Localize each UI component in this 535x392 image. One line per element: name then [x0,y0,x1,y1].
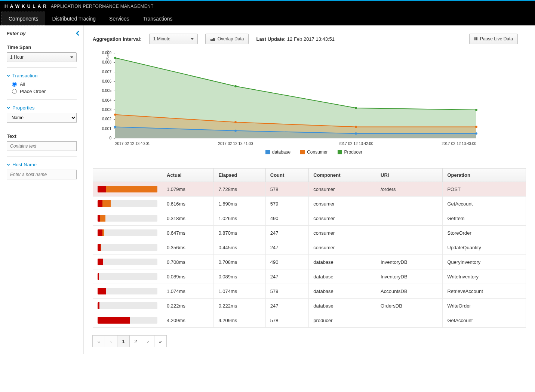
duration-bar [98,317,157,324]
cell-component: database [309,269,376,284]
transaction-option-all[interactable]: All [12,81,77,87]
agg-interval-label: Aggregation Interval: [93,36,142,42]
nav-item-components[interactable]: Components [1,12,45,25]
table-row[interactable]: 0.089ms0.089ms247databaseInventoryDBWrit… [93,269,526,284]
svg-point-34 [355,126,357,128]
cell-bar [93,226,162,240]
col-count[interactable]: Count [265,169,309,182]
svg-point-38 [355,132,357,135]
legend-label: Consumer [307,149,328,155]
cell-count: 247 [265,226,309,240]
page-last[interactable]: » [154,335,167,347]
divider [7,67,77,68]
brand-name: HAWKULAR [4,4,49,9]
cell-actual: 1.079ms [162,182,214,197]
text-filter-input[interactable] [7,141,77,151]
cell-bar [93,313,162,328]
cell-operation: GetItem [443,211,526,226]
divider [7,156,77,157]
chevron-down-icon [7,163,10,166]
svg-text:0: 0 [109,136,111,140]
cell-elapsed: 1.690ms [214,197,265,211]
properties-select[interactable]: Name [7,113,77,123]
page-1[interactable]: 1 [117,335,130,347]
table-row[interactable]: 0.356ms0.445ms247consumerUpdateQuantity [93,240,526,255]
radio-input[interactable] [12,89,17,94]
cell-elapsed: 0.222ms [214,299,265,313]
nav-item-services[interactable]: Services [102,12,136,25]
legend-item-producer[interactable]: Producer [338,149,363,155]
cell-elapsed: 1.026ms [214,211,265,226]
svg-rect-1 [476,37,477,40]
table-row[interactable]: 1.074ms1.074ms579databaseAccountsDBRetri… [93,284,526,299]
cell-operation: POST [443,182,526,197]
svg-text:0.004: 0.004 [102,98,111,102]
properties-label: Properties [12,105,34,111]
legend-label: database [272,149,290,155]
col-component[interactable]: Component [309,169,376,182]
cell-bar [93,211,162,226]
col-operation[interactable]: Operation [443,169,526,182]
col-actual[interactable]: Actual [162,169,214,182]
legend-swatch [338,150,342,154]
transaction-radio-group: AllPlace Order [7,81,77,94]
cell-count: 490 [265,211,309,226]
pagination: «‹12›» [93,335,526,347]
svg-point-32 [114,114,116,116]
table-body: 1.079ms7.728ms578consumer/ordersPOST0.61… [93,182,526,328]
nav-item-distributed-tracing[interactable]: Distributed Tracing [45,12,102,25]
cell-elapsed: 0.870ms [214,226,265,240]
cell-count: 247 [265,240,309,255]
pause-live-data-button[interactable]: Pause Live Data [469,34,518,44]
collapse-sidebar-icon[interactable] [75,31,80,37]
svg-text:2017-02-12 13:40:01: 2017-02-12 13:40:01 [115,142,150,146]
divider [7,128,77,128]
radio-input[interactable] [12,82,17,87]
cell-count: 579 [265,284,309,299]
legend-item-database[interactable]: database [265,149,290,155]
brand-subtitle: APPLICATION PERFORMANCE MANAGEMENT [51,4,154,9]
table-row[interactable]: 0.318ms1.026ms490consumerGetItem [93,211,526,226]
filters-sidebar: Filter by Time Span 1 Hour Transaction A… [0,25,84,354]
svg-text:0.007: 0.007 [102,70,111,74]
table-row[interactable]: 4.209ms4.209ms578producerGetAccount [93,313,526,328]
legend-item-consumer[interactable]: Consumer [300,149,328,155]
components-table: ActualElapsedCountComponentURIOperation … [93,168,526,328]
cell-operation: RetrieveAccount [443,284,526,299]
table-row[interactable]: 1.079ms7.728ms578consumer/ordersPOST [93,182,526,197]
radio-label: All [20,81,25,87]
cell-uri [376,211,443,226]
overlap-data-button[interactable]: Overlap Data [205,34,249,44]
chevron-down-icon [70,56,73,58]
cell-component: consumer [309,211,376,226]
agg-interval-select[interactable]: 1 Minute [149,34,198,44]
transaction-option-place-order[interactable]: Place Order [12,89,77,94]
hostname-input[interactable] [7,170,77,179]
svg-text:2017-02-12 13:43:00: 2017-02-12 13:43:00 [442,142,476,146]
cell-bar [93,255,162,269]
nav-item-transactions[interactable]: Transactions [136,12,179,25]
page-next[interactable]: › [142,335,154,347]
col-bar[interactable] [93,169,162,182]
table-row[interactable]: 0.708ms0.708ms490databaseInventoryDBQuer… [93,255,526,269]
col-elapsed[interactable]: Elapsed [214,169,265,182]
timespan-select[interactable]: 1 Hour [7,52,77,62]
pause-live-data-label: Pause Live Data [480,36,513,41]
chevron-down-icon [7,106,10,109]
last-update-value: 12 Feb 2017 13:43:51 [287,36,335,42]
svg-point-28 [114,57,116,59]
table-row[interactable]: 0.222ms0.222ms247databaseOrdersDBWriteOr… [93,299,526,313]
properties-section-toggle[interactable]: Properties [7,105,77,111]
duration-bar [98,215,157,222]
page-2[interactable]: 2 [129,335,142,347]
cell-count: 490 [265,255,309,269]
hostname-section-toggle[interactable]: Host Name [7,162,77,167]
col-uri[interactable]: URI [376,169,443,182]
controls-row: Aggregation Interval: 1 Minute Overlap D… [84,25,535,47]
cell-count: 247 [265,269,309,284]
legend-label: Producer [344,149,363,155]
table-row[interactable]: 0.647ms0.870ms247consumerStoreOrder [93,226,526,240]
duration-bar [98,200,157,207]
table-row[interactable]: 0.616ms1.690ms579consumerGetAccount [93,197,526,211]
transaction-section-toggle[interactable]: Transaction [7,73,77,78]
